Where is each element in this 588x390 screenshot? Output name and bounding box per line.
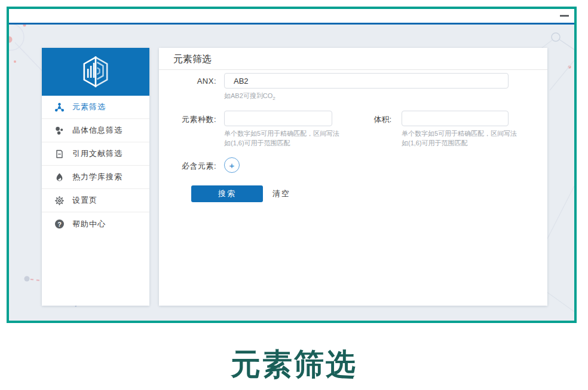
clear-button[interactable]: 清空 [272,188,290,199]
search-button[interactable]: 搜索 [191,185,263,202]
volume-input[interactable] [402,111,509,126]
minimize-icon [560,15,569,17]
document-icon [54,149,65,159]
sidebar-item-label: 热力学库搜索 [72,172,122,182]
volume-hint: 单个数字如5可用于精确匹配，区间写法如(1,6)可用于范围匹配 [402,129,521,148]
gear-icon [54,196,65,206]
volume-label: 体积: [350,111,391,125]
element-count-hint: 单个数字如5可用于精确匹配，区间写法如(1,6)可用于范围匹配 [224,129,344,148]
window-titlebar [9,9,574,23]
content-area: 元素筛选 晶体信息筛选 [9,25,574,321]
molecule-icon [54,102,65,112]
sidebar-item-element-filter[interactable]: 元素筛选 [42,96,149,119]
anx-label: ANX: [159,73,216,86]
sidebar-item-settings[interactable]: 设置页 [42,189,149,212]
sidebar-item-thermodynamics-search[interactable]: 热力学库搜索 [42,166,149,189]
screenshot-caption: 元素筛选 [0,345,588,385]
element-count-label: 元素种数: [159,111,216,125]
sidebar-item-help-center[interactable]: ? 帮助中心 [42,212,149,236]
sidebar-item-label: 帮助中心 [72,219,106,230]
required-elements-label: 必含元素: [159,157,216,172]
sidebar-item-crystal-info-filter[interactable]: 晶体信息筛选 [42,119,149,142]
element-count-input[interactable] [224,111,332,126]
sidebar-item-citation-filter[interactable]: 引用文献筛选 [42,142,149,166]
element-filter-panel: 元素筛选 ANX: 如AB2可搜到CO2 元素种数: 体积: [159,48,547,306]
app-window: 元素筛选 晶体信息筛选 [7,7,577,323]
add-element-button[interactable]: + [224,157,240,173]
plus-icon: + [229,160,235,170]
atoms-dots-icon [54,126,65,136]
sidebar-item-label: 设置页 [72,195,97,206]
help-circle-icon: ? [54,219,65,229]
sidebar-item-label: 晶体信息筛选 [72,125,122,136]
panel-title: 元素筛选 [159,48,547,70]
sidebar-item-label: 引用文献筛选 [72,148,122,159]
minimize-button[interactable] [559,13,569,19]
anx-hint: 如AB2可搜到CO2 [224,91,547,103]
anx-input[interactable] [224,73,509,89]
screenshot-stage: 元素筛选 晶体信息筛选 [0,0,588,390]
flame-icon [54,172,65,182]
app-logo [81,56,111,88]
sidebar: 元素筛选 晶体信息筛选 [42,48,149,306]
sidebar-item-label: 元素筛选 [72,102,106,112]
logo-block [42,48,149,96]
filter-form: ANX: 如AB2可搜到CO2 元素种数: 体积: 单个数字如5可用于精确匹配，… [159,73,547,202]
